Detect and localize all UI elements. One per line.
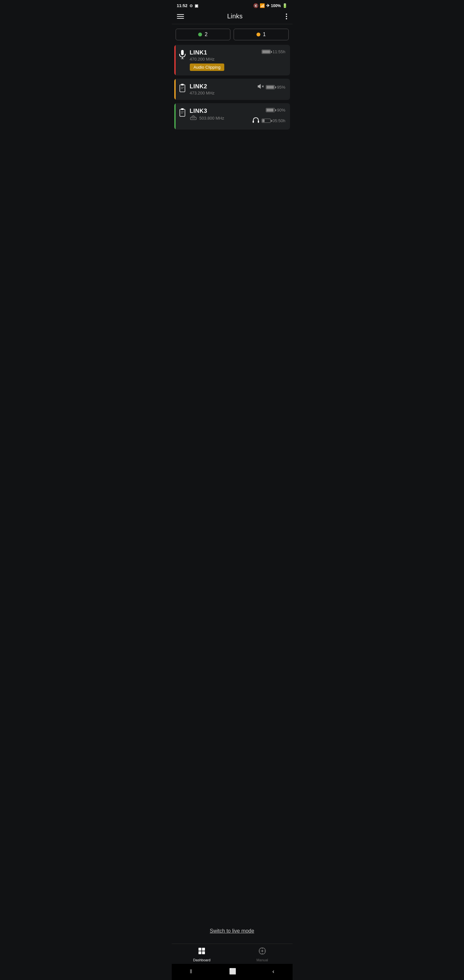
svg-rect-20 bbox=[199, 948, 202, 951]
link1-name: LINK1 bbox=[190, 49, 225, 56]
system-nav-bar: ⦀ ⬜ ‹ bbox=[172, 964, 292, 980]
status-right: 🔇 📶 ✈ 100% 🔋 bbox=[253, 3, 288, 8]
filter-tabs: 2 1 bbox=[172, 24, 292, 45]
headphone-icon bbox=[252, 116, 260, 125]
svg-rect-11 bbox=[181, 108, 184, 110]
mic-icon bbox=[179, 50, 186, 61]
link-card-2[interactable]: LINK2 473.200 MHz bbox=[174, 79, 290, 100]
yellow-dot-icon bbox=[256, 33, 261, 37]
link3-freq: 503.800 MHz bbox=[199, 116, 224, 121]
green-dot-icon bbox=[198, 33, 202, 37]
svg-rect-22 bbox=[199, 951, 202, 954]
svg-rect-12 bbox=[181, 111, 184, 112]
nav-dashboard[interactable]: Dashboard bbox=[172, 947, 232, 962]
svg-marker-7 bbox=[258, 84, 261, 88]
back-button[interactable]: ‹ bbox=[272, 968, 274, 975]
links-list: LINK1 470.200 MHz Audio Clipping 11:55h bbox=[172, 45, 292, 132]
tab-yellow[interactable]: 1 bbox=[234, 29, 289, 40]
link2-name: LINK2 bbox=[190, 83, 215, 90]
svg-rect-5 bbox=[181, 87, 184, 88]
svg-rect-2 bbox=[181, 59, 184, 59]
svg-point-16 bbox=[193, 118, 194, 119]
svg-rect-13 bbox=[181, 113, 183, 113]
dashboard-icon bbox=[198, 947, 206, 957]
link1-time: 11:55h bbox=[273, 49, 286, 54]
link1-battery-icon bbox=[262, 49, 271, 54]
top-bar: Links bbox=[172, 10, 292, 24]
svg-rect-0 bbox=[181, 50, 184, 55]
page-title: Links bbox=[227, 13, 243, 20]
switch-live-section: Switch to live mode bbox=[172, 132, 292, 943]
time-display: 11:52 bbox=[177, 3, 188, 8]
svg-rect-18 bbox=[253, 121, 254, 123]
airplane-icon: ✈ bbox=[266, 3, 270, 8]
svg-rect-19 bbox=[258, 121, 259, 123]
link-card-1[interactable]: LINK1 470.200 MHz Audio Clipping 11:55h bbox=[174, 45, 290, 75]
link2-percent: 95% bbox=[277, 85, 285, 90]
link1-freq: 470.200 MHz bbox=[190, 57, 225, 62]
compass-icon bbox=[258, 947, 266, 957]
svg-rect-6 bbox=[181, 88, 183, 89]
link2-freq: 473.200 MHz bbox=[190, 91, 215, 95]
tab-green-count: 2 bbox=[205, 32, 208, 37]
hamburger-menu[interactable] bbox=[177, 14, 184, 19]
svg-rect-4 bbox=[181, 84, 184, 86]
svg-point-17 bbox=[194, 118, 195, 119]
wifi-icon: 📶 bbox=[260, 3, 265, 8]
clipboard-icon-3 bbox=[179, 108, 186, 119]
svg-rect-23 bbox=[202, 951, 205, 954]
clipboard-icon-2 bbox=[179, 84, 186, 94]
tab-green[interactable]: 2 bbox=[176, 29, 231, 40]
audio-clipping-badge: Audio Clipping bbox=[190, 64, 225, 71]
link3-battery-bottom bbox=[262, 119, 271, 123]
lock-icon: ▣ bbox=[195, 3, 198, 8]
battery-icon-status: 🔋 bbox=[282, 3, 288, 8]
link-card-3[interactable]: LINK3 503.800 MHz bbox=[174, 103, 290, 130]
switch-live-mode-button[interactable]: Switch to live mode bbox=[210, 928, 254, 934]
router-icon bbox=[190, 115, 197, 121]
mute-icon-2 bbox=[257, 83, 264, 91]
link3-battery-top bbox=[266, 108, 275, 112]
manual-label: Manual bbox=[256, 958, 268, 962]
bottom-nav: Dashboard Manual bbox=[172, 943, 292, 964]
link2-battery-icon bbox=[266, 85, 275, 89]
home-button[interactable]: ⬜ bbox=[229, 968, 236, 975]
svg-rect-21 bbox=[202, 948, 205, 951]
svg-point-25 bbox=[262, 950, 263, 951]
link3-percent: 90% bbox=[277, 108, 285, 113]
recents-button[interactable]: ⦀ bbox=[190, 968, 193, 975]
nav-manual[interactable]: Manual bbox=[232, 947, 292, 962]
more-options-button[interactable] bbox=[286, 14, 287, 19]
screen-record-icon: ⊙ bbox=[189, 3, 193, 8]
tab-yellow-count: 1 bbox=[263, 32, 266, 37]
link3-name: LINK3 bbox=[190, 108, 224, 115]
link3-time: 05:50h bbox=[273, 118, 286, 123]
status-time: 11:52 ⊙ ▣ bbox=[177, 3, 198, 8]
status-bar: 11:52 ⊙ ▣ 🔇 📶 ✈ 100% 🔋 bbox=[172, 0, 292, 10]
svg-point-15 bbox=[192, 118, 192, 119]
battery-percent: 100% bbox=[271, 3, 281, 8]
svg-rect-1 bbox=[182, 57, 183, 59]
dashboard-label: Dashboard bbox=[193, 958, 210, 962]
mute-status-icon: 🔇 bbox=[253, 3, 258, 8]
